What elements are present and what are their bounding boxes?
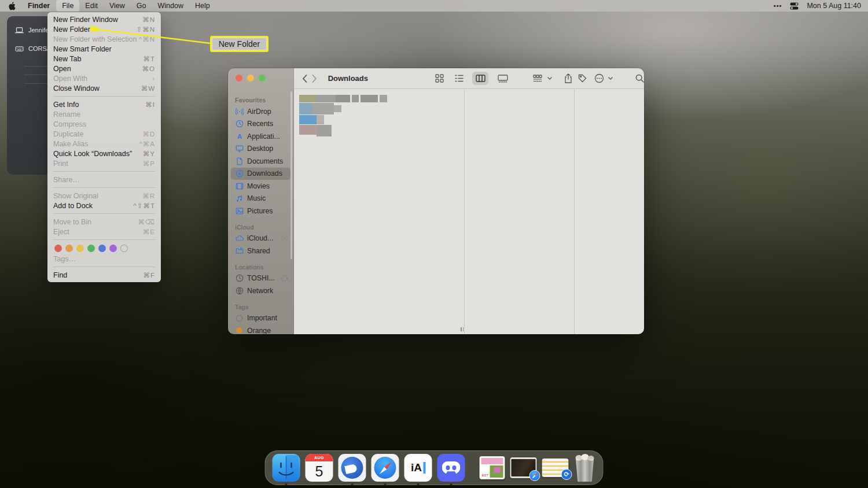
sidebar-section-header: Locations: [228, 264, 293, 272]
discord-app[interactable]: [437, 454, 465, 482]
menu-item-new-tab[interactable]: New Tab⌘T: [47, 54, 161, 64]
menu-item-open[interactable]: Open⌘O: [47, 64, 161, 73]
column-divider[interactable]: [574, 89, 575, 334]
menu-view[interactable]: View: [104, 0, 131, 12]
menu-item-get-info[interactable]: Get Info⌘I: [47, 99, 161, 109]
tag-color-dot[interactable]: [54, 245, 62, 252]
menu-finder[interactable]: Finder: [21, 0, 56, 12]
window-title: Downloads: [328, 74, 368, 83]
sidebar-item-movies[interactable]: Movies: [231, 180, 290, 193]
menu-item-new-folder-with-selection: New Folder with Selection^⌘N: [47, 34, 161, 44]
zoom-window-button[interactable]: [259, 75, 266, 82]
calendar-day: 5: [306, 461, 333, 482]
menu-separator: [53, 239, 155, 240]
sidebar-item-toshi[interactable]: TOSHI...: [231, 272, 290, 285]
sidebar-item-network[interactable]: Network: [231, 284, 290, 297]
menu-item-add-to-dock[interactable]: Add to Dock^⇧⌘T: [47, 201, 161, 210]
tag-color-dot[interactable]: [120, 245, 128, 252]
sidebar-item-label: Documents: [247, 157, 283, 165]
menu-item-find[interactable]: Find⌘F: [47, 270, 161, 280]
menu-window[interactable]: Window: [152, 0, 189, 12]
menu-item-close-window[interactable]: Close Window⌘W: [47, 83, 161, 93]
sidebar-scrollbar[interactable]: [290, 91, 292, 259]
sidebar-item-airdrop[interactable]: AirDrop: [231, 105, 290, 118]
back-button[interactable]: [300, 72, 310, 86]
chevron-down-icon[interactable]: [607, 72, 614, 86]
redacted-block: [312, 103, 334, 114]
orange-dot-icon: [235, 327, 244, 334]
sidebar-item-documents[interactable]: Documents: [231, 155, 290, 168]
calendar-app[interactable]: AUG5: [306, 454, 333, 482]
safari-app[interactable]: [372, 454, 399, 482]
menu-item-label: Close Window: [53, 84, 100, 93]
column-view-button[interactable]: [472, 72, 488, 85]
tag-color-dot[interactable]: [98, 245, 106, 252]
menu-item-shortcut: ⌘P: [143, 160, 155, 168]
sidebar-item-icloud[interactable]: iCloud...: [231, 232, 290, 245]
menu-item-label: Find: [53, 271, 67, 279]
menu-item-label: New Smart Folder: [53, 45, 112, 53]
bin-trash[interactable]: [574, 454, 596, 482]
sidebar-item-shared[interactable]: Shared: [231, 245, 290, 257]
menu-help[interactable]: Help: [189, 0, 216, 12]
list-view-button[interactable]: [453, 72, 465, 86]
menu-edit[interactable]: Edit: [79, 0, 104, 12]
forward-button[interactable]: [310, 72, 319, 86]
sidebar-item-music[interactable]: Music: [231, 193, 290, 205]
menu-item-label: Get Info: [53, 101, 79, 109]
sidebar-item-desktop[interactable]: Desktop: [231, 143, 290, 156]
minimized-window-2[interactable]: [510, 457, 537, 478]
menu-item-label: Quick Look “Downloads”: [53, 150, 132, 158]
sync-badge-icon: ⟳: [561, 469, 572, 480]
menu-item-new-smart-folder[interactable]: New Smart Folder: [47, 44, 161, 54]
menu-go[interactable]: Go: [131, 0, 152, 12]
chevron-down-icon[interactable]: [546, 72, 553, 86]
tag-color-dot[interactable]: [76, 245, 84, 252]
safari-badge-icon: [529, 470, 540, 481]
menu-item-new-finder-window[interactable]: New Finder Window⌘N: [47, 14, 161, 24]
sidebar-item-important[interactable]: Important: [231, 312, 290, 325]
menu-separator: [53, 171, 155, 172]
menu-bar-clock[interactable]: Mon 5 Aug 11:40: [807, 2, 861, 10]
menu-item-shortcut: ⇧⌘N: [137, 25, 155, 34]
menu-item-new-folder[interactable]: New Folder⇧⌘N: [47, 24, 161, 34]
svg-text:A: A: [237, 133, 241, 140]
apple-logo[interactable]: [5, 0, 21, 12]
column-resize-handle[interactable]: [461, 327, 464, 331]
safari-icon: [372, 454, 399, 482]
minimized-window-1[interactable]: EST: [480, 456, 505, 479]
sidebar-item-downloads[interactable]: Downloads: [231, 168, 290, 180]
minimize-window-button[interactable]: [247, 75, 254, 82]
calendar-month: AUG: [306, 454, 333, 461]
menu-item-shortcut: ⌘N: [142, 16, 155, 24]
sidebar-item-recents[interactable]: Recents: [231, 118, 290, 131]
finder-app[interactable]: [273, 454, 300, 482]
menu-item-quick-look-downloads[interactable]: Quick Look “Downloads”⌘Y: [47, 149, 161, 158]
tag-color-dot[interactable]: [65, 245, 73, 252]
tags-button[interactable]: [578, 72, 587, 86]
menu-item-label: Show Original: [53, 192, 98, 200]
sidebar-item-orange[interactable]: Orange: [231, 324, 290, 334]
tag-color-dot[interactable]: [109, 245, 117, 252]
ia-writer-app[interactable]: iA: [404, 454, 432, 482]
tag-color-dot[interactable]: [87, 245, 95, 252]
menu-bar-overflow-icon[interactable]: •••: [774, 2, 782, 9]
sidebar-item-applicati[interactable]: AApplicati...: [231, 130, 290, 143]
column-divider[interactable]: [464, 89, 465, 334]
sidebar-item-label: Important: [247, 314, 277, 322]
minimized-window-3[interactable]: ⟳: [542, 459, 569, 477]
search-icon[interactable]: [635, 72, 644, 86]
sidebar-item-pictures[interactable]: Pictures: [231, 205, 290, 217]
menu-file[interactable]: File: [56, 0, 79, 12]
icon-view-button[interactable]: [433, 72, 446, 86]
gallery-view-button[interactable]: [495, 72, 510, 86]
share-button[interactable]: [564, 72, 573, 86]
thunderbird-app[interactable]: [339, 454, 366, 482]
control-center-icon[interactable]: [790, 2, 799, 10]
group-by-button[interactable]: [531, 72, 544, 86]
menu-item-label: Share…: [53, 176, 80, 184]
close-window-button[interactable]: [236, 75, 242, 82]
redacted-block: [380, 95, 387, 102]
more-actions-button[interactable]: [593, 72, 605, 86]
menu-tag-colors: [47, 243, 161, 254]
